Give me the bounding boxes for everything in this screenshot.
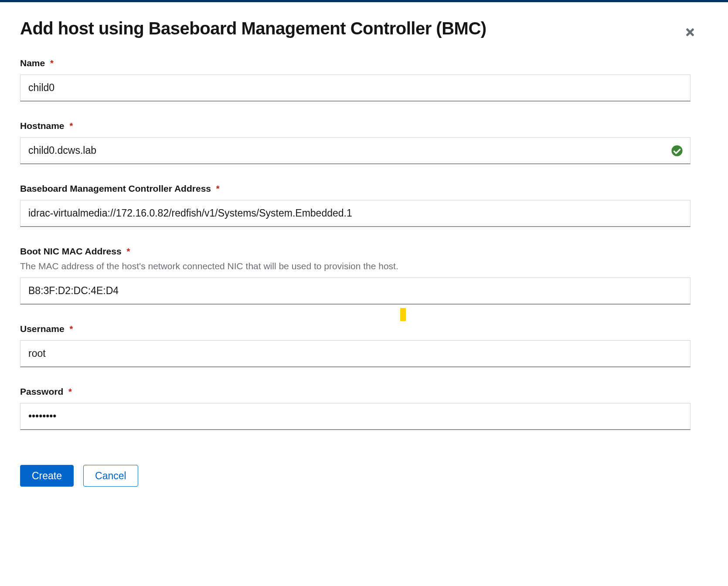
password-input[interactable] (20, 403, 691, 430)
password-input-wrapper (20, 403, 691, 430)
add-host-bmc-modal: Add host using Baseboard Management Cont… (0, 2, 728, 586)
required-asterisk: * (216, 184, 220, 193)
close-icon (684, 27, 696, 38)
boot-mac-label-text: Boot NIC MAC Address (20, 246, 122, 256)
bmc-address-label-text: Baseboard Management Controller Address (20, 183, 211, 193)
username-input[interactable] (20, 340, 691, 367)
boot-mac-input-wrapper (20, 278, 691, 305)
modal-actions: Create Cancel (20, 465, 691, 504)
password-label: Password * (20, 386, 691, 397)
username-label: Username * (20, 324, 691, 334)
bmc-address-input[interactable] (20, 200, 691, 227)
boot-mac-label: Boot NIC MAC Address * (20, 246, 691, 257)
form-group-bmc-address: Baseboard Management Controller Address … (20, 183, 691, 227)
required-asterisk: * (68, 387, 72, 396)
username-input-wrapper (20, 340, 691, 367)
highlight-marker (400, 308, 406, 321)
form-group-username: Username * (20, 324, 691, 367)
modal-header: Add host using Baseboard Management Cont… (0, 2, 728, 51)
bmc-address-label: Baseboard Management Controller Address … (20, 183, 691, 194)
required-asterisk: * (126, 247, 130, 256)
name-input-wrapper (20, 75, 691, 102)
check-circle-icon (671, 145, 683, 156)
hostname-label: Hostname * (20, 121, 691, 131)
form: Name * Hostname * (20, 58, 691, 504)
required-asterisk: * (69, 324, 73, 334)
form-group-password: Password * (20, 386, 691, 430)
modal-body[interactable]: Name * Hostname * (0, 50, 728, 586)
close-button[interactable] (681, 23, 699, 43)
name-label-text: Name (20, 58, 45, 68)
bmc-address-input-wrapper (20, 200, 691, 227)
name-input[interactable] (20, 75, 691, 102)
required-asterisk: * (69, 121, 73, 131)
form-group-hostname: Hostname * (20, 121, 691, 164)
hostname-label-text: Hostname (20, 121, 65, 131)
hostname-input[interactable] (20, 137, 691, 164)
boot-mac-help: The MAC address of the host's network co… (20, 261, 691, 271)
form-group-name: Name * (20, 58, 691, 102)
create-button[interactable]: Create (20, 465, 74, 487)
modal-title: Add host using Baseboard Management Cont… (20, 19, 486, 38)
required-asterisk: * (50, 58, 54, 68)
boot-mac-input[interactable] (20, 278, 691, 305)
username-label-text: Username (20, 324, 65, 334)
form-group-boot-mac: Boot NIC MAC Address * The MAC address o… (20, 246, 691, 305)
svg-point-0 (671, 145, 682, 156)
password-label-text: Password (20, 386, 63, 396)
hostname-input-wrapper (20, 137, 691, 164)
cancel-button[interactable]: Cancel (83, 465, 138, 487)
name-label: Name * (20, 58, 691, 68)
